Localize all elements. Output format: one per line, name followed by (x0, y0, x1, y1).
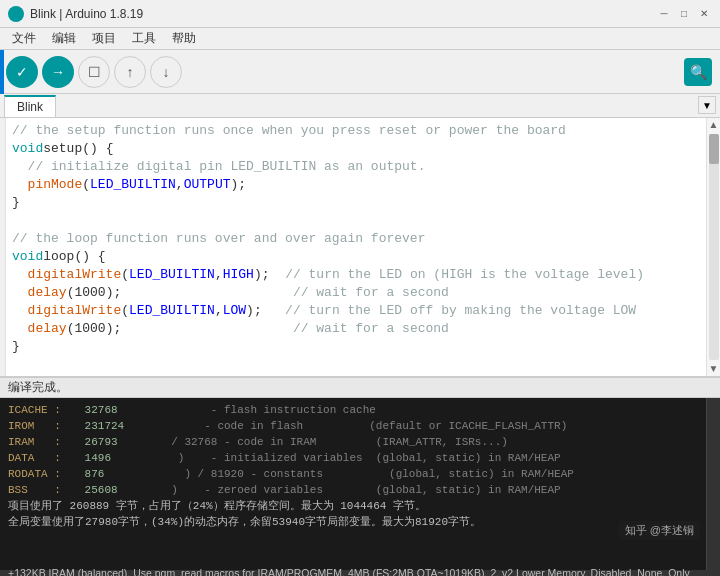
bottom-status-bar: +132KB IRAM (balanced), Use pgm_read mac… (0, 570, 720, 576)
window-controls: ─ □ ✕ (656, 6, 712, 22)
toolbar: ✓ → ☐ ↑ ↓ 🔍 (0, 50, 720, 94)
scroll-down-arrow[interactable]: ▼ (707, 362, 721, 376)
code-line: delay(1000); // wait for a second (6, 284, 706, 302)
tabbar: Blink ▼ (0, 94, 720, 118)
output-line: IRAM : 26793 / 32768 - code in IRAM (IRA… (8, 434, 698, 450)
menubar: 文件编辑项目工具帮助 (0, 28, 720, 50)
editor-container: // the setup function runs once when you… (0, 118, 720, 378)
minimize-button[interactable]: ─ (656, 6, 672, 22)
code-line: digitalWrite(LED_BUILTIN, HIGH); // turn… (6, 266, 706, 284)
titlebar-left: Blink | Arduino 1.8.19 (8, 6, 143, 22)
code-line: } (6, 338, 706, 356)
verify-button[interactable]: ✓ (6, 56, 38, 88)
upload-button[interactable]: → (42, 56, 74, 88)
code-line: } (6, 194, 706, 212)
menu-item-帮助[interactable]: 帮助 (164, 28, 204, 49)
compile-status: 编译完成。 (0, 378, 720, 398)
menu-item-项目[interactable]: 项目 (84, 28, 124, 49)
output-content: ICACHE : 32768 - flash instruction cache… (0, 398, 706, 570)
output-line: ICACHE : 32768 - flash instruction cache (8, 402, 698, 418)
output-panel: ICACHE : 32768 - flash instruction cache… (0, 398, 720, 570)
menu-item-编辑[interactable]: 编辑 (44, 28, 84, 49)
tab-dropdown[interactable]: ▼ (698, 96, 716, 114)
menu-item-文件[interactable]: 文件 (4, 28, 44, 49)
output-summary2: 全局变量使用了27980字节，(34%)的动态内存，余留53940字节局部变量。… (8, 514, 698, 530)
tab-label: Blink (17, 100, 43, 114)
scroll-up-arrow[interactable]: ▲ (707, 118, 721, 132)
maximize-button[interactable]: □ (676, 6, 692, 22)
editor-scrollbar[interactable]: ▲ ▼ (706, 118, 720, 376)
code-line: // the loop function runs over and over … (6, 230, 706, 248)
scroll-track (709, 134, 719, 360)
menu-item-工具[interactable]: 工具 (124, 28, 164, 49)
code-line: void setup() { (6, 140, 706, 158)
app-icon (8, 6, 24, 22)
close-button[interactable]: ✕ (696, 6, 712, 22)
code-line: delay(1000); // wait for a second (6, 320, 706, 338)
editor-left-bar (0, 118, 6, 376)
code-line: digitalWrite(LED_BUILTIN, LOW); // turn … (6, 302, 706, 320)
scroll-thumb[interactable] (709, 134, 719, 164)
editor-content[interactable]: // the setup function runs once when you… (6, 118, 706, 376)
tab-blink[interactable]: Blink (4, 95, 56, 117)
open-button[interactable]: ↑ (114, 56, 146, 88)
titlebar: Blink | Arduino 1.8.19 ─ □ ✕ (0, 0, 720, 28)
output-line: RODATA : 876 ) / 81920 - constants (glob… (8, 466, 698, 482)
code-line (6, 212, 706, 230)
code-line: pinMode(LED_BUILTIN, OUTPUT); (6, 176, 706, 194)
bottom-status-text: +132KB IRAM (balanced), Use pgm_read mac… (8, 567, 712, 576)
toolbar-accent (0, 50, 4, 94)
output-summary1: 项目使用了 260889 字节，占用了（24%）程序存储空间。最大为 10444… (8, 498, 698, 514)
output-scrollbar[interactable] (706, 398, 720, 570)
watermark: 知乎 @李述铜 (619, 521, 700, 540)
output-line: IROM : 231724 - code in flash (default o… (8, 418, 698, 434)
code-line: void loop() { (6, 248, 706, 266)
code-line: // the setup function runs once when you… (6, 122, 706, 140)
save-button[interactable]: ↓ (150, 56, 182, 88)
window-title: Blink | Arduino 1.8.19 (30, 7, 143, 21)
code-line: // initialize digital pin LED_BUILTIN as… (6, 158, 706, 176)
output-line: BSS : 25608 ) - zeroed variables (global… (8, 482, 698, 498)
output-line: DATA : 1496 ) - initialized variables (g… (8, 450, 698, 466)
compile-status-text: 编译完成。 (8, 379, 68, 396)
new-button[interactable]: ☐ (78, 56, 110, 88)
search-button[interactable]: 🔍 (684, 58, 712, 86)
